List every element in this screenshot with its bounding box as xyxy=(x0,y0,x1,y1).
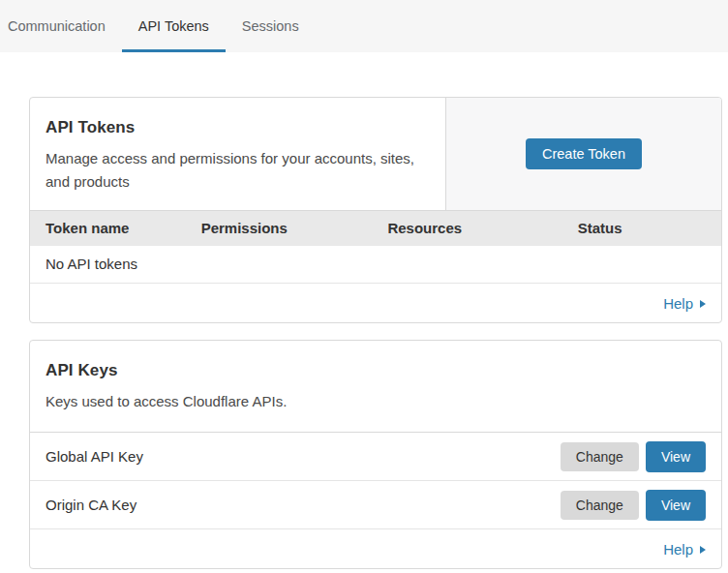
help-arrow-icon xyxy=(700,300,706,308)
help-link-label: Help xyxy=(663,541,693,558)
help-arrow-icon xyxy=(700,546,706,554)
tab-communication[interactable]: Communication xyxy=(0,0,122,52)
create-token-button[interactable]: Create Token xyxy=(526,138,642,170)
api-tokens-card-footer: Help xyxy=(30,284,721,322)
view-global-api-key-button[interactable]: View xyxy=(646,441,706,472)
api-tokens-description: Manage access and permissions for your a… xyxy=(46,147,426,194)
empty-state-message: No API tokens xyxy=(30,246,721,284)
api-tokens-card-header: API Tokens Manage access and permissions… xyxy=(30,98,721,211)
table-header-row: Token name Permissions Resources Status xyxy=(30,211,721,246)
list-item-global-api-key: Global API Key Change View xyxy=(30,433,721,481)
api-keys-description: Keys used to access Cloudflare APIs. xyxy=(46,390,706,413)
api-tokens-card-header-text: API Tokens Manage access and permissions… xyxy=(30,98,445,210)
help-link-label: Help xyxy=(663,295,693,312)
api-tokens-card-header-action: Create Token xyxy=(445,98,721,210)
api-tokens-title: API Tokens xyxy=(46,118,426,137)
table-row: No API tokens xyxy=(30,246,721,284)
tab-sessions[interactable]: Sessions xyxy=(226,0,316,52)
tab-api-tokens[interactable]: API Tokens xyxy=(122,0,226,52)
key-name-label: Global API Key xyxy=(46,448,561,465)
api-keys-card: API Keys Keys used to access Cloudflare … xyxy=(29,340,722,569)
change-origin-ca-key-button[interactable]: Change xyxy=(561,491,639,520)
api-tokens-help-link[interactable]: Help xyxy=(663,295,706,312)
api-keys-title: API Keys xyxy=(46,361,706,380)
api-tokens-table: Token name Permissions Resources Status … xyxy=(30,211,721,284)
api-keys-card-footer: Help xyxy=(30,529,721,568)
list-item-origin-ca-key: Origin CA Key Change View xyxy=(30,481,721,529)
change-global-api-key-button[interactable]: Change xyxy=(561,442,639,471)
column-header-status: Status xyxy=(562,211,721,246)
key-actions: Change View xyxy=(561,490,706,521)
column-header-resources: Resources xyxy=(372,211,561,246)
column-header-permissions: Permissions xyxy=(186,211,373,246)
tabbar: Communication API Tokens Sessions xyxy=(0,0,728,52)
key-actions: Change View xyxy=(561,441,706,472)
column-header-token-name: Token name xyxy=(30,211,186,246)
api-keys-card-header: API Keys Keys used to access Cloudflare … xyxy=(30,341,721,433)
key-name-label: Origin CA Key xyxy=(46,497,561,513)
view-origin-ca-key-button[interactable]: View xyxy=(646,490,706,521)
api-keys-help-link[interactable]: Help xyxy=(663,541,706,558)
api-tokens-card: API Tokens Manage access and permissions… xyxy=(29,97,722,323)
